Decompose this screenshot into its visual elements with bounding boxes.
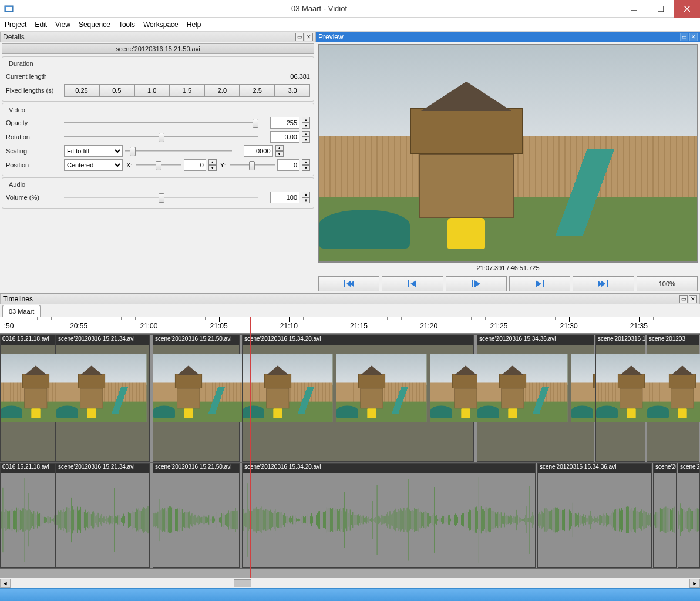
minimize-button[interactable] [621,0,647,18]
menu-view[interactable]: View [55,21,70,29]
timelines-title: Timelines [3,295,33,303]
video-clip[interactable]: scene'20120316 15.21.34.avi [56,335,150,462]
timeline-tab[interactable]: 03 Maart [2,305,41,317]
volume-value[interactable]: 100 [270,192,299,203]
menu-workspace[interactable]: Workspace [143,21,179,29]
clip-label: scene'20120316 15.34.36.avi [477,335,594,345]
preview-close-button[interactable]: ✕ [689,33,698,41]
fixed-length-button[interactable]: 0.25 [64,84,99,97]
audio-section-label: Audio [7,181,27,188]
scroll-left-button[interactable]: ◄ [0,579,11,588]
video-clip[interactable]: scene'20120316 1 [595,335,645,462]
duration-section-label: Duration [7,60,35,67]
selected-clip-name: scene'20120316 15.21.50.avi [2,43,314,54]
menu-tools[interactable]: Tools [119,21,135,29]
details-header: Details ▭ ✕ [0,32,316,42]
svg-rect-11 [472,280,473,287]
x-slider[interactable] [136,160,181,170]
clip-label: scene'20120316 15.34.20.avi [243,335,473,345]
transport-play-button[interactable] [446,276,507,291]
transport-next-button[interactable] [509,276,570,291]
rotation-value[interactable]: 0.00 [270,131,299,143]
volume-slider[interactable] [64,192,258,203]
waveform [654,473,676,567]
opacity-spinner[interactable]: ▲▼ [302,117,310,129]
menu-project[interactable]: Project [5,21,26,29]
details-title: Details [3,33,25,41]
preview-viewport[interactable] [318,44,698,263]
transport-prev-button[interactable] [382,276,443,291]
x-value[interactable]: 0 [184,159,206,171]
video-clip[interactable]: scene'201203 [647,335,699,462]
clip-label: scene'201203 [678,464,699,473]
waveform [243,473,535,567]
playhead[interactable] [250,317,251,578]
zoom-display[interactable]: 100% [637,276,698,291]
svg-marker-16 [601,280,605,287]
details-dock-button[interactable]: ▭ [295,33,304,41]
position-select[interactable]: Centered [64,159,123,171]
scroll-thumb[interactable] [234,579,251,587]
audio-clip[interactable]: scene'20120316 15.21.50.avi [153,463,240,568]
video-clip[interactable]: scene'20120316 15.34.36.avi [477,335,594,462]
waveform [538,473,651,567]
close-button[interactable] [674,0,700,18]
transport-home-button[interactable] [318,276,379,291]
fixed-length-button[interactable]: 2.0 [204,84,240,97]
waveform [1,473,55,567]
timeline-scrollbar[interactable]: ◄ ► [0,578,700,588]
video-clip[interactable]: scene'20120316 15.21.50.avi [153,335,240,462]
timelines-dock-button[interactable]: ▭ [679,295,688,303]
clip-label: scene'20120316 15.21.50.avi [153,464,239,473]
audio-clip[interactable]: 0316 15.21.18.avi [0,463,56,568]
y-value[interactable]: 0 [277,159,299,171]
window-title: 03 Maart - Vidiot [18,4,621,13]
audio-clip[interactable]: scene'20120316 15.21.34.avi [56,463,150,568]
scaling-spinner[interactable]: ▲▼ [275,145,284,157]
video-clip[interactable]: scene'20120316 15.34.20.avi [242,335,474,462]
fixed-length-button[interactable]: 1.5 [170,84,205,97]
opacity-slider[interactable] [64,117,258,128]
clip-label: scene'20120316 15.34.36.avi [538,464,651,473]
preview-time: 21:07.391 / 46:51.725 [316,264,700,275]
ruler-label: 21:25 [490,322,507,330]
timeline-ruler[interactable]: :5020:5521:0021:0521:1021:1521:2021:2521… [0,317,700,334]
audio-clip[interactable]: scene'20120316 15.34.20.avi [242,463,536,568]
audio-clip[interactable]: scene'20120316 1 [653,463,677,568]
rotation-spinner[interactable]: ▲▼ [302,131,310,143]
audio-track[interactable]: 0316 15.21.18.aviscene'20120316 15.21.34… [0,463,700,569]
menu-sequence[interactable]: Sequence [79,21,110,29]
audio-clip[interactable]: scene'201203 [678,463,700,568]
details-close-button[interactable]: ✕ [305,33,313,41]
video-track[interactable]: 0316 15.21.18.aviscene'20120316 15.21.34… [0,334,700,463]
fixed-length-button[interactable]: 3.0 [275,84,310,97]
menu-help[interactable]: Help [187,21,201,29]
preview-dock-button[interactable]: ▭ [680,33,688,41]
fixed-length-button[interactable]: 1.0 [134,84,170,97]
scroll-right-button[interactable]: ► [689,579,700,588]
timeline-body[interactable]: :5020:5521:0021:0521:1021:1521:2021:2521… [0,317,700,578]
x-spinner[interactable]: ▲▼ [208,159,217,171]
scaling-select[interactable]: Fit to fill [64,145,123,157]
rotation-slider[interactable] [64,132,258,142]
svg-rect-17 [607,280,608,287]
scaling-slider[interactable] [125,146,232,156]
ruler-label: 21:10 [280,322,298,330]
maximize-button[interactable] [647,0,674,18]
scaling-value[interactable]: .0000 [244,145,273,157]
fixed-length-button[interactable]: 2.5 [240,84,275,97]
volume-spinner[interactable]: ▲▼ [302,192,310,203]
fixed-length-button[interactable]: 0.5 [99,84,134,97]
y-slider[interactable] [230,160,275,170]
fixed-lengths-label: Fixed lengths (s) [6,87,62,94]
video-clip[interactable]: 0316 15.21.18.avi [0,335,56,462]
current-length-label: Current length [6,73,62,80]
timelines-close-button[interactable]: ✕ [689,295,697,303]
audio-clip[interactable]: scene'20120316 15.34.36.avi [537,463,652,568]
menu-edit[interactable]: Edit [35,21,47,29]
video-section-label: Video [7,106,27,113]
clip-label: scene'20120316 15.34.20.avi [243,464,535,473]
y-spinner[interactable]: ▲▼ [302,159,310,171]
transport-end-button[interactable] [573,276,634,291]
opacity-value[interactable]: 255 [270,117,299,129]
